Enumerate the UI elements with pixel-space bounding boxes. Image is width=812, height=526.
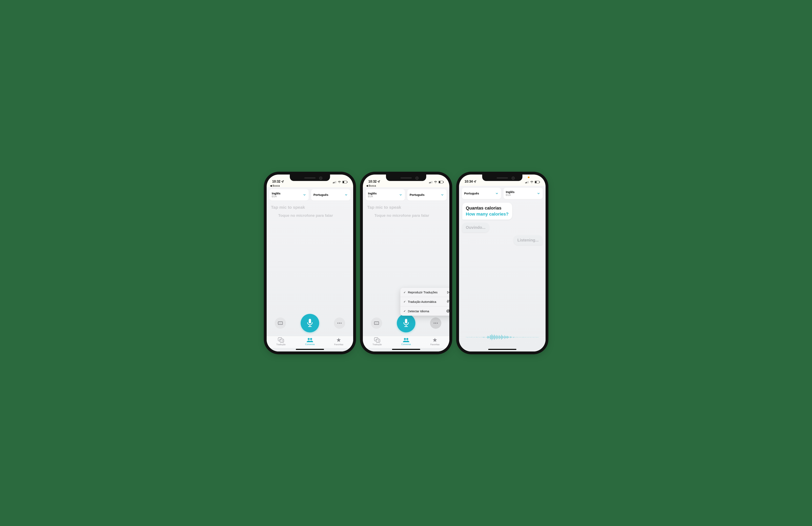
svg-marker-33 <box>447 291 449 294</box>
cellular-icon <box>525 181 529 183</box>
svg-text:文: 文 <box>281 340 283 342</box>
language-selector-target[interactable]: Português <box>311 189 350 200</box>
language-selector-target[interactable]: Português <box>407 189 447 200</box>
microphone-icon <box>403 318 410 328</box>
location-icon <box>281 180 284 183</box>
status-bar: 10:32 <box>267 175 353 184</box>
prompt-area: Tap mic to speak Toque no microfone para… <box>267 202 353 220</box>
svg-rect-56 <box>525 182 526 183</box>
wifi-icon <box>338 181 341 183</box>
svg-rect-26 <box>430 182 431 183</box>
svg-rect-2 <box>335 181 335 183</box>
tab-conversation[interactable]: Conversa <box>305 337 315 345</box>
checkmark-icon: ✓ <box>404 310 406 313</box>
cellular-icon <box>333 181 336 183</box>
wifi-icon <box>530 181 534 183</box>
language-region: EUA <box>272 195 280 198</box>
cellular-icon <box>429 181 433 183</box>
keyboard-input-button[interactable] <box>275 317 286 329</box>
language-name: Português <box>314 193 329 196</box>
svg-text:A: A <box>376 339 377 341</box>
svg-point-49 <box>437 323 438 324</box>
svg-rect-31 <box>443 182 444 183</box>
back-to-search[interactable]: ◀ Busca <box>267 184 353 187</box>
prompt-source-language: Tap mic to speak <box>271 205 349 210</box>
chevron-down-icon <box>495 192 499 195</box>
battery-icon <box>342 181 348 183</box>
more-options-button[interactable] <box>430 317 441 329</box>
svg-point-55 <box>406 338 408 340</box>
language-selector-source[interactable]: Português <box>462 188 501 199</box>
keyboard-icon <box>278 321 283 325</box>
chevron-down-icon <box>440 193 444 197</box>
svg-point-47 <box>434 323 434 324</box>
original-text: Quantas calorias <box>466 206 509 211</box>
tab-favorites[interactable]: Favoritas <box>431 337 439 346</box>
phone-mockup-3: 10:34 Português Inglês EUA <box>459 175 546 351</box>
svg-point-18 <box>340 323 342 324</box>
translation-icon: A文 <box>278 337 284 343</box>
home-indicator[interactable] <box>296 349 324 350</box>
svg-point-38 <box>449 310 449 310</box>
globe-icon <box>446 309 449 313</box>
svg-point-54 <box>404 338 406 340</box>
tab-bar: A文 Tradução Conversa Favoritas <box>363 336 449 348</box>
svg-point-4 <box>339 183 339 183</box>
mic-auto-icon <box>446 300 449 303</box>
svg-point-16 <box>337 323 338 324</box>
status-bar: 10:32 <box>363 175 449 184</box>
people-icon <box>403 337 409 342</box>
ellipsis-icon <box>337 322 342 324</box>
svg-rect-62 <box>539 182 540 183</box>
language-name: Inglês <box>272 192 280 195</box>
svg-rect-34 <box>447 300 448 302</box>
listening-bubble-source: Ouvindo... <box>462 223 489 232</box>
svg-rect-27 <box>431 181 432 183</box>
people-icon <box>306 337 313 342</box>
svg-point-17 <box>339 323 340 324</box>
chevron-down-icon <box>399 193 403 197</box>
home-indicator[interactable] <box>392 349 420 350</box>
more-options-button[interactable] <box>334 317 345 329</box>
language-selector-target[interactable]: Inglês EUA <box>504 188 543 199</box>
ellipsis-icon <box>433 322 438 324</box>
svg-point-60 <box>532 183 532 183</box>
menu-item-play-translations[interactable]: ✓Reproduzir Traduções <box>400 288 449 297</box>
svg-rect-25 <box>429 182 430 183</box>
tab-bar: A文 Tradução Conversa Favoritas <box>267 336 353 348</box>
chevron-down-icon <box>537 192 540 195</box>
tab-translation[interactable]: A文 Tradução <box>276 337 286 346</box>
microphone-button[interactable] <box>301 314 319 332</box>
svg-rect-59 <box>528 181 528 183</box>
checkmark-icon: ✓ <box>404 291 406 294</box>
status-time: 10:32 <box>272 180 280 183</box>
status-bar: 10:34 <box>459 175 546 184</box>
keyboard-input-button[interactable] <box>371 317 382 329</box>
home-indicator[interactable] <box>488 349 517 350</box>
back-to-search[interactable]: ◀ Busca <box>363 184 449 187</box>
audio-waveform <box>462 332 542 342</box>
phone-mockup-1: 10:32 ◀ Busca Inglês EUA Português <box>267 175 353 351</box>
svg-rect-57 <box>526 182 527 183</box>
tab-favorites[interactable]: Favoritas <box>334 337 343 346</box>
menu-item-auto-translate[interactable]: ✓Tradução Automática <box>400 297 449 306</box>
star-icon <box>336 337 342 343</box>
phone-mockup-2: 10:32 ◀ Busca Inglês EUA Português <box>363 175 449 351</box>
svg-point-29 <box>435 183 436 183</box>
tab-translation[interactable]: A文 Tradução <box>373 337 382 346</box>
translation-icon: A文 <box>374 337 380 343</box>
menu-item-detect-language[interactable]: ✓Detectar Idioma <box>400 306 449 316</box>
location-icon <box>474 180 476 183</box>
svg-text:文: 文 <box>378 340 379 342</box>
svg-rect-58 <box>527 181 528 183</box>
status-time: 10:32 <box>368 180 377 183</box>
microphone-button[interactable] <box>397 314 415 332</box>
svg-rect-3 <box>335 181 336 183</box>
svg-rect-6 <box>347 182 347 183</box>
language-selector-source[interactable]: Inglês EUA <box>270 189 309 200</box>
translation-result-bubble[interactable]: Quantas calorias How many calories? <box>462 203 512 220</box>
svg-rect-7 <box>343 181 344 183</box>
language-selector-source[interactable]: Inglês EUA <box>366 189 405 200</box>
tab-conversation[interactable]: Conversa <box>401 337 411 345</box>
prompt-target-language: Toque no microfone para falar <box>271 213 349 218</box>
